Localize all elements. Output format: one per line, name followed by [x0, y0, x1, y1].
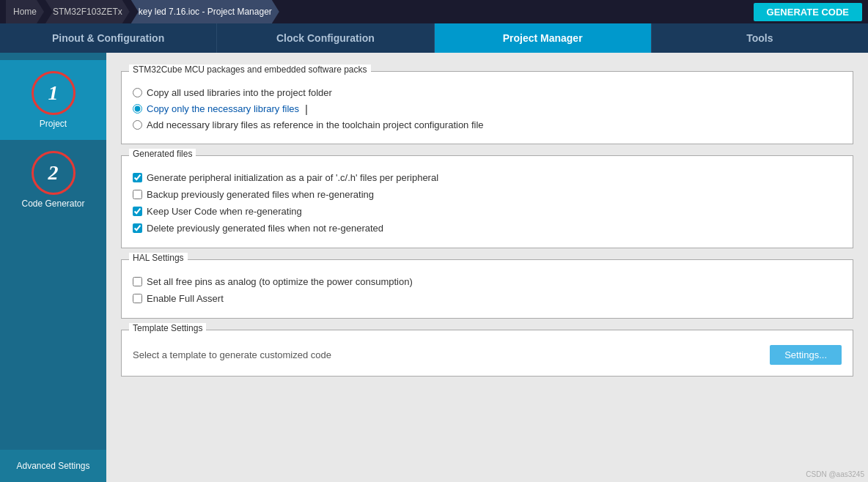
stm32-packages-title: STM32Cube MCU packages and embedded soft… [129, 64, 371, 75]
breadcrumb-bar: Home STM32F103ZETx key led 7.16.ioc - Pr… [0, 0, 868, 23]
settings-button[interactable]: Settings... [770, 345, 842, 365]
radio-input-copy-all[interactable] [133, 88, 142, 97]
template-settings-text: Select a template to generate customized… [133, 349, 331, 360]
breadcrumb-home[interactable]: Home [6, 0, 44, 23]
sidebar-item-advanced-settings[interactable]: Advanced Settings [0, 450, 106, 482]
sidebar-bottom: Advanced Settings [0, 450, 106, 482]
sidebar: 1 Project 2 Code Generator Advanced Sett… [0, 53, 106, 482]
stm32-packages-section: STM32Cube MCU packages and embedded soft… [121, 71, 853, 144]
template-settings-row: Select a template to generate customized… [133, 338, 842, 365]
checkbox-input-backup[interactable] [133, 190, 142, 199]
watermark: CSDN @aas3245 [806, 470, 864, 478]
checkbox-input-delete-files[interactable] [133, 223, 142, 233]
generated-files-section: Generated files Generate peripheral init… [121, 155, 853, 248]
breadcrumb-device[interactable]: STM32F103ZETx [45, 0, 130, 23]
sidebar-item-code-generator[interactable]: 2 Code Generator [0, 140, 106, 220]
checkbox-input-keep-user-code[interactable] [133, 207, 142, 216]
hal-settings-title: HAL Settings [129, 253, 188, 263]
hal-settings-options: Set all free pins as analog (to optimize… [133, 273, 842, 307]
radio-add-as-reference[interactable]: Add necessary library files as reference… [133, 117, 842, 133]
checkbox-backup-files[interactable]: Backup previously generated files when r… [133, 186, 842, 203]
tab-tools[interactable]: Tools [652, 23, 868, 53]
radio-input-add-reference[interactable] [133, 120, 142, 130]
checkbox-enable-full-assert[interactable]: Enable Full Assert [133, 290, 842, 307]
sidebar-label-project: Project [40, 119, 67, 129]
sidebar-label-code-generator: Code Generator [21, 199, 84, 209]
tab-bar: Pinout & Configuration Clock Configurati… [0, 23, 868, 53]
generated-files-title: Generated files [129, 149, 196, 159]
template-settings-section: Template Settings Select a template to g… [121, 330, 853, 377]
checkbox-generate-peripheral[interactable]: Generate peripheral initialization as a … [133, 169, 842, 186]
generated-files-options: Generate peripheral initialization as a … [133, 169, 842, 237]
tab-clock-configuration[interactable]: Clock Configuration [217, 23, 434, 53]
content-area: STM32Cube MCU packages and embedded soft… [106, 53, 868, 482]
radio-input-copy-necessary[interactable] [133, 104, 142, 114]
checkbox-input-generate-peripheral[interactable] [133, 173, 142, 182]
sidebar-icon-code-generator: 2 [32, 151, 76, 195]
tab-pinout-configuration[interactable]: Pinout & Configuration [0, 23, 217, 53]
radio-copy-all-libraries[interactable]: Copy all used libraries into the project… [133, 85, 842, 100]
template-settings-title: Template Settings [129, 323, 206, 333]
checkbox-delete-files[interactable]: Delete previously generated files when n… [133, 220, 842, 237]
radio-copy-necessary[interactable]: Copy only the necessary library files | [133, 100, 842, 117]
breadcrumb-project[interactable]: key led 7.16.ioc - Project Manager [131, 0, 279, 23]
sidebar-icon-project: 1 [32, 71, 76, 115]
tab-project-manager[interactable]: Project Manager [435, 23, 652, 53]
checkbox-input-full-assert[interactable] [133, 294, 142, 303]
sidebar-item-project[interactable]: 1 Project [0, 60, 106, 140]
checkbox-set-free-pins[interactable]: Set all free pins as analog (to optimize… [133, 273, 842, 290]
main-layout: 1 Project 2 Code Generator Advanced Sett… [0, 53, 868, 482]
checkbox-keep-user-code[interactable]: Keep User Code when re-generating [133, 203, 842, 220]
cursor-indicator: | [305, 103, 308, 115]
generate-code-button[interactable]: GENERATE CODE [754, 3, 862, 21]
hal-settings-section: HAL Settings Set all free pins as analog… [121, 259, 853, 319]
checkbox-input-free-pins[interactable] [133, 277, 142, 286]
stm32-packages-options: Copy all used libraries into the project… [133, 85, 842, 133]
